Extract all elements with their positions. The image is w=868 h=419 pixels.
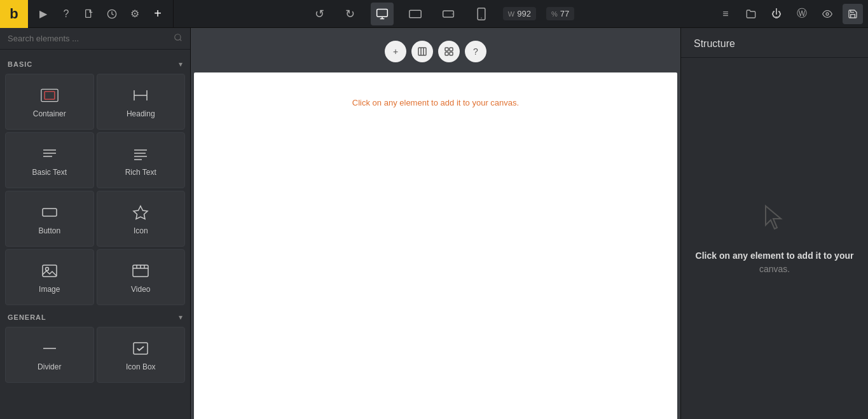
toolbar-center: ↺ ↻ W 992 % 77 [174, 3, 710, 25]
element-card-button[interactable]: Button [5, 191, 94, 247]
svg-line-12 [180, 39, 182, 41]
lines-button[interactable]: ≡ [715, 4, 736, 24]
canvas-add-button[interactable]: + [385, 41, 406, 62]
basic-section-title: BASIC [8, 60, 32, 68]
element-card-divider[interactable]: Divider [5, 327, 94, 383]
button-icon [41, 203, 59, 221]
canvas-frame: Click on any element to add it to your c… [194, 72, 677, 419]
add-button[interactable]: + [148, 4, 168, 24]
icon-box-icon [132, 340, 149, 357]
structure-title: Structure [694, 38, 735, 49]
structure-hint-cont: canvas. [759, 264, 790, 274]
canvas-columns-button[interactable] [411, 41, 433, 62]
width-metric: W 992 [503, 7, 536, 20]
toolbar-left: ▶ ? ⚙ + [28, 0, 174, 27]
basic-text-label: Basic Text [32, 168, 67, 177]
element-card-heading[interactable]: Heading [97, 74, 186, 130]
zoom-value: 77 [560, 9, 569, 18]
percent-label: % [551, 10, 558, 18]
element-card-basic-text[interactable]: Basic Text [5, 132, 94, 188]
divider-icon [41, 340, 59, 357]
history-button[interactable] [102, 4, 122, 24]
basic-section-header[interactable]: BASIC ▾ [5, 55, 185, 74]
element-card-video[interactable]: Video [97, 249, 186, 305]
w-label: W [508, 10, 514, 18]
svg-rect-5 [410, 10, 421, 18]
preview-button[interactable] [817, 4, 837, 24]
folder-button[interactable] [741, 4, 761, 24]
desktop-button[interactable] [371, 3, 394, 25]
svg-rect-14 [45, 92, 55, 99]
canvas-help-button[interactable]: ? [465, 41, 486, 62]
tablet-button[interactable] [470, 3, 493, 25]
cursor-icon [758, 201, 791, 239]
main-layout: BASIC ▾ Container [0, 28, 868, 419]
image-icon [41, 262, 59, 280]
tablet-landscape-button[interactable] [437, 3, 460, 25]
structure-hint-bold: Click on any element to add it to your [696, 251, 854, 261]
basic-elements-grid: Container Heading [5, 74, 185, 305]
element-card-rich-text[interactable]: Rich Text [97, 132, 186, 188]
video-icon [132, 262, 149, 280]
file-button[interactable] [79, 4, 99, 24]
help-button[interactable]: ? [56, 4, 76, 24]
redo-button[interactable]: ↻ [340, 4, 361, 24]
rich-text-label: Rich Text [125, 168, 156, 177]
search-icon [174, 33, 183, 44]
top-toolbar: b ▶ ? ⚙ + ↺ ↻ W 992 % 77 [0, 0, 868, 28]
video-label: Video [131, 285, 150, 294]
element-card-icon-box[interactable]: Icon Box [97, 327, 186, 383]
settings-button[interactable]: ⚙ [125, 4, 145, 24]
structure-hint: Click on any element to add it to your c… [696, 249, 854, 276]
sidebar-section: BASIC ▾ Container [0, 50, 190, 419]
canvas-hint: Click on any element to add it to your c… [352, 98, 519, 107]
element-card-icon[interactable]: Icon [97, 191, 186, 247]
icon-label: Icon [134, 226, 148, 235]
search-bar [0, 28, 190, 50]
wordpress-button[interactable]: Ⓦ [792, 4, 812, 24]
image-label: Image [39, 285, 60, 294]
w-value: 992 [517, 9, 531, 18]
button-label: Button [38, 226, 60, 235]
canvas-widget-button[interactable] [438, 41, 460, 62]
svg-rect-6 [443, 11, 453, 17]
element-card-container[interactable]: Container [5, 74, 94, 130]
container-icon [41, 86, 59, 104]
svg-rect-40 [450, 48, 453, 51]
svg-rect-25 [43, 209, 57, 216]
undo-button[interactable]: ↺ [310, 4, 330, 24]
brand-logo: b [0, 0, 28, 28]
wide-button[interactable] [404, 3, 427, 25]
zoom-metric: % 77 [546, 7, 574, 20]
svg-rect-2 [376, 9, 387, 17]
left-sidebar: BASIC ▾ Container [0, 28, 191, 419]
svg-point-11 [175, 34, 181, 40]
search-input[interactable] [8, 34, 169, 43]
element-card-image[interactable]: Image [5, 249, 94, 305]
play-button[interactable]: ▶ [33, 4, 53, 24]
canvas-toolbar: + ? [385, 41, 486, 62]
svg-rect-42 [450, 52, 453, 55]
heading-icon [132, 86, 149, 104]
svg-rect-36 [418, 48, 426, 55]
svg-rect-27 [43, 265, 57, 277]
general-elements-grid: Divider Icon Box [5, 327, 185, 383]
divider-label: Divider [38, 362, 61, 371]
toolbar-right: ≡ ⏻ Ⓦ [710, 0, 868, 27]
svg-rect-41 [445, 52, 448, 55]
general-section-title: GENERAL [8, 313, 46, 321]
general-section-chevron: ▾ [179, 313, 183, 322]
icon-icon [132, 203, 149, 221]
right-panel: Structure Click on any element to add it… [680, 28, 868, 419]
right-panel-header: Structure [681, 28, 868, 58]
basic-text-icon [41, 145, 59, 163]
svg-point-28 [45, 268, 48, 271]
svg-rect-39 [445, 48, 448, 51]
right-panel-content: Click on any element to add it to your c… [681, 58, 868, 419]
heading-label: Heading [127, 109, 155, 118]
canvas-area: + ? Click on any element to add it to yo… [191, 28, 680, 419]
svg-rect-35 [134, 343, 148, 354]
save-button[interactable] [843, 4, 863, 24]
general-section-header[interactable]: GENERAL ▾ [5, 308, 185, 327]
power-button[interactable]: ⏻ [766, 4, 787, 24]
